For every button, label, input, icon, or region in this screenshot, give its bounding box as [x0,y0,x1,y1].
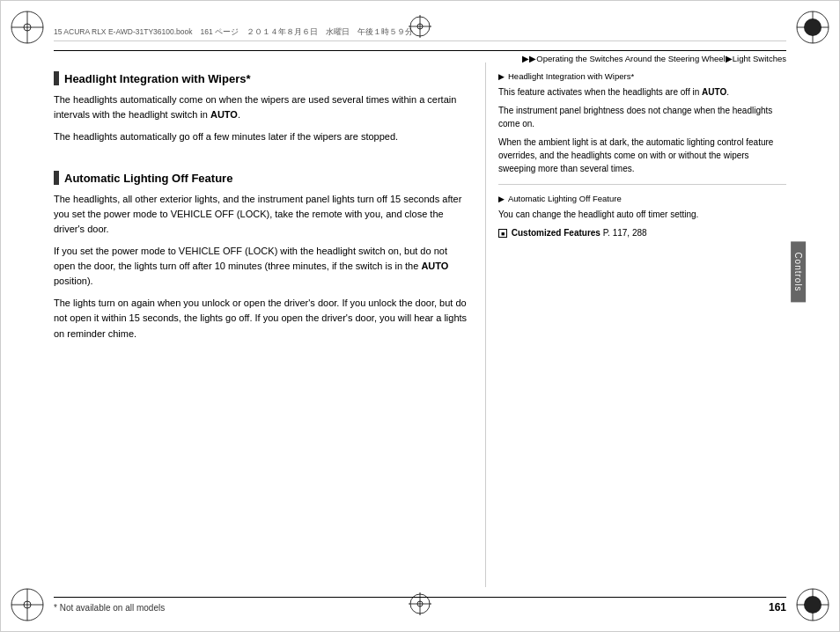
section1-para2: The headlights automatically go off a fe… [54,129,468,144]
right-section2-title: ▶ Automatic Lighting Off Feature [498,194,786,203]
section1-para1: The headlights automatically come on whe… [54,92,468,122]
section1-title: Headlight Integration with Wipers* [64,72,251,85]
section2-para3: The lights turn on again when you unlock… [54,296,468,341]
section2-title: Automatic Lighting Off Feature [64,172,232,185]
section2-heading: Automatic Lighting Off Feature [54,171,468,185]
content-area: Headlight Integration with Wipers* The h… [54,62,786,587]
page-number: 161 [769,601,786,614]
right-section2-cf: ■ Customized Features P. 117, 288 [498,226,786,239]
right-column: ▶ Headlight Integration with Wipers* Thi… [485,62,786,587]
section1-heading: Headlight Integration with Wipers* [54,71,468,85]
right-section1-label: Headlight Integration with Wipers* [508,71,634,81]
right-section1-para3: When the ambient light is at dark, the a… [498,136,786,175]
right-section1-title: ▶ Headlight Integration with Wipers* [498,71,786,81]
controls-tab: Controls [791,242,806,303]
cf-pages: P. 117, 288 [603,228,647,238]
svg-point-8 [804,18,822,36]
cf-link: Customized Features [512,228,601,238]
page: 15 ACURA RLX E-AWD-31TY36100.book 161 ペー… [0,0,840,632]
file-info-text: 15 ACURA RLX E-AWD-31TY36100.book 161 ペー… [54,27,413,36]
footer-note: * Not available on all models [54,603,165,613]
heading-bar-icon [54,71,59,85]
right-section1-para1: This feature activates when the headligh… [498,85,786,99]
heading-bar2-icon [54,171,59,185]
right-arrow2-icon: ▶ [498,195,505,203]
svg-point-17 [804,596,822,614]
left-column: Headlight Integration with Wipers* The h… [54,62,485,587]
header-bar: ▶▶Operating the Switches Around the Stee… [54,50,786,63]
right-section2-para1: You can change the headlight auto off ti… [498,208,786,221]
corner-decoration-bl [8,585,47,624]
section2-para2: If you set the power mode to VEHICLE OFF… [54,244,468,289]
right-divider [498,184,786,185]
xref-icon: ■ [498,229,507,238]
right-section2-label: Automatic Lighting Off Feature [508,194,622,203]
right-arrow1-icon: ▶ [498,72,505,81]
corner-decoration-br [793,585,832,624]
top-center-crosshair [407,13,433,41]
right-section1-para2: The instrument panel brightness does not… [498,104,786,130]
corner-decoration-tr [793,8,832,47]
section2-para1: The headlights, all other exterior light… [54,192,468,237]
bottom-center-crosshair [407,591,433,619]
corner-decoration-tl [8,8,47,47]
